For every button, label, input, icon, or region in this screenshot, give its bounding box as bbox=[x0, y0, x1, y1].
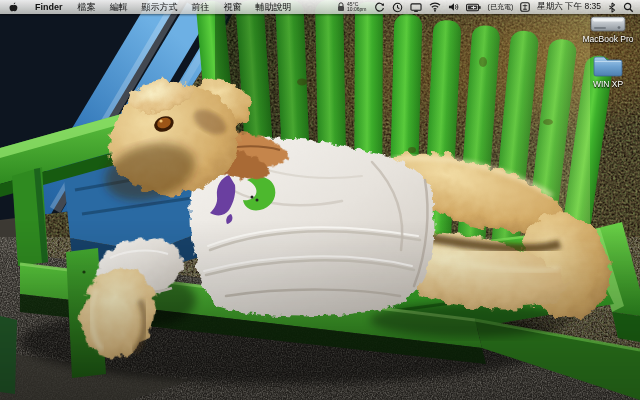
display-icon[interactable] bbox=[410, 2, 422, 13]
sync-icon[interactable] bbox=[374, 2, 385, 13]
battery-status-label: (已充電) bbox=[488, 2, 514, 12]
menu-bar: Finder 檔案 編輯 顯示方式 前往 視窗 輔助說明 45°C 10:06p… bbox=[0, 0, 640, 14]
lock-icon bbox=[337, 2, 345, 12]
widget-time: 10:06pm bbox=[347, 7, 366, 13]
clock-icon[interactable] bbox=[392, 2, 403, 13]
bluetooth-icon[interactable] bbox=[608, 2, 616, 13]
desktop-icon-macbook-pro[interactable]: MacBook Pro bbox=[576, 16, 640, 44]
menu-go[interactable]: 前往 bbox=[185, 1, 217, 14]
apple-icon bbox=[8, 1, 18, 13]
folder-icon bbox=[592, 53, 624, 78]
status-widget[interactable]: 45°C 10:06pm bbox=[337, 2, 366, 13]
menu-bar-clock[interactable]: 星期六 下午 8:35 bbox=[537, 1, 601, 13]
app-menu-finder[interactable]: Finder bbox=[27, 2, 71, 12]
desktop-icon-label: WIN XP bbox=[593, 80, 623, 89]
wifi-icon[interactable] bbox=[429, 2, 441, 12]
volume-icon[interactable] bbox=[448, 2, 459, 12]
hard-drive-icon bbox=[589, 16, 627, 33]
menu-help[interactable]: 輔助說明 bbox=[249, 1, 299, 14]
spotlight-icon[interactable] bbox=[623, 2, 634, 13]
battery-icon[interactable] bbox=[466, 3, 481, 12]
desktop-icon-win-xp[interactable]: WIN XP bbox=[576, 53, 640, 89]
desktop-icon-label: MacBook Pro bbox=[582, 35, 633, 44]
menu-window[interactable]: 視窗 bbox=[217, 1, 249, 14]
apple-menu[interactable] bbox=[0, 1, 27, 13]
input-method-icon[interactable] bbox=[520, 2, 530, 12]
menu-edit[interactable]: 編輯 bbox=[103, 1, 135, 14]
menu-view[interactable]: 顯示方式 bbox=[135, 1, 185, 14]
menu-file[interactable]: 檔案 bbox=[71, 1, 103, 14]
desktop-wallpaper bbox=[0, 0, 640, 400]
